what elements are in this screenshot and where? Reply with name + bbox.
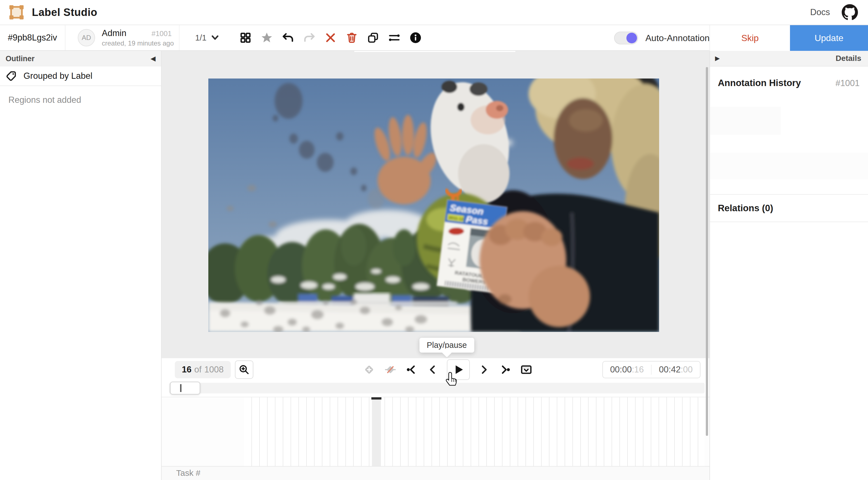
- seekbar-position-handle[interactable]: [180, 384, 182, 392]
- details-panel: ▶ Details Annotation History #1001 Relat…: [709, 51, 868, 480]
- annotation-created: created, 19 minutes ago: [102, 39, 172, 47]
- annotation-pager[interactable]: 1/1: [180, 25, 229, 50]
- grid-view-button[interactable]: [237, 29, 254, 46]
- github-icon[interactable]: [842, 4, 858, 21]
- details-title: Details: [836, 54, 861, 63]
- chevron-down-icon: [210, 33, 220, 42]
- outliner-title: Outliner: [6, 55, 35, 63]
- annotation-id: #1001: [152, 29, 172, 38]
- auto-annotation-toggle[interactable]: [614, 32, 638, 44]
- frame-separator: of: [194, 365, 202, 375]
- outliner-panel: Outliner ◀ Grouped by Label Regions not …: [0, 51, 162, 480]
- frame-counter[interactable]: 16 of 1008: [175, 361, 231, 378]
- task-id[interactable]: #9pb8Lgs2iv: [0, 25, 65, 50]
- expand-right-icon[interactable]: ▶: [715, 55, 720, 62]
- frame-total: 1008: [205, 365, 224, 375]
- timeline-playhead[interactable]: [372, 397, 381, 466]
- star-button[interactable]: [258, 29, 275, 46]
- docs-link[interactable]: Docs: [810, 7, 830, 17]
- collapse-left-icon[interactable]: ◀: [151, 55, 155, 62]
- auto-annotation-label: Auto-Annotation: [645, 33, 710, 43]
- undo-button[interactable]: [280, 29, 297, 46]
- toggle-knob: [626, 33, 637, 43]
- add-keyframe-button[interactable]: [362, 361, 376, 378]
- redo-button[interactable]: [301, 29, 318, 46]
- history-placeholder: [710, 107, 781, 135]
- collapse-timeline-button[interactable]: [519, 361, 533, 378]
- app-header: Label Studio Docs: [0, 0, 868, 25]
- player-panel: 16 of 1008: [162, 358, 709, 480]
- delete-button[interactable]: [343, 29, 360, 46]
- relations-section[interactable]: Relations (0): [710, 194, 868, 222]
- time-display: 00:00:16 00:42:00: [602, 361, 701, 378]
- previous-frame-button[interactable]: [426, 361, 440, 378]
- label-studio-logo-icon[interactable]: [8, 4, 25, 21]
- label-studio-app: Label Studio Docs #9pb8Lgs2iv AD Admin #…: [0, 0, 868, 480]
- annotation-history-title: Annotation History: [718, 78, 801, 88]
- play-pause-button[interactable]: [447, 359, 470, 380]
- reject-button[interactable]: [322, 29, 339, 46]
- grouped-by-label-text: Grouped by Label: [24, 71, 92, 81]
- vertical-scrollbar[interactable]: [706, 67, 708, 436]
- annotation-history-id: #1001: [836, 78, 860, 88]
- task-label: Task #: [176, 468, 200, 478]
- zoom-in-button[interactable]: [235, 361, 253, 379]
- annotator-name: Admin: [102, 28, 126, 38]
- app-title: Label Studio: [32, 6, 97, 19]
- timeline-task-row: Task #: [162, 466, 709, 480]
- zoom-in-icon: [239, 364, 250, 375]
- relations-title: Relations (0): [718, 203, 773, 213]
- info-button[interactable]: [407, 29, 424, 46]
- settings-button[interactable]: [386, 29, 403, 46]
- annotation-toolbar: #9pb8Lgs2iv AD Admin #1001 created, 19 m…: [0, 25, 868, 51]
- play-pause-tooltip: Play/pause: [420, 338, 474, 353]
- grouped-by-label-selector[interactable]: Grouped by Label: [0, 67, 161, 86]
- regions-empty-message: Regions not added: [0, 86, 161, 114]
- main-workspace: Season 2011-12 Pass RATATOUILLE BOWERS: [162, 51, 709, 480]
- annotator-info[interactable]: AD Admin #1001 created, 19 minutes ago: [65, 25, 180, 50]
- frame-current: 16: [182, 365, 191, 375]
- timeline-frame-columns[interactable]: [244, 397, 705, 466]
- skip-button[interactable]: Skip: [709, 25, 790, 51]
- avatar: AD: [78, 29, 95, 46]
- previous-keyframe-button[interactable]: [404, 361, 419, 378]
- tag-icon: [6, 70, 17, 82]
- play-icon: [452, 363, 465, 376]
- remove-keyframe-button[interactable]: [383, 361, 398, 378]
- current-time[interactable]: 00:00:16: [603, 365, 651, 375]
- next-frame-button[interactable]: [476, 361, 491, 378]
- update-button[interactable]: Update: [790, 25, 868, 51]
- seekbar-track[interactable]: [169, 383, 705, 393]
- seekbar-window[interactable]: [170, 382, 200, 395]
- history-placeholder: [710, 153, 868, 179]
- video-frame[interactable]: Season 2011-12 Pass RATATOUILLE BOWERS: [208, 78, 659, 332]
- timeline-grid[interactable]: [162, 397, 709, 466]
- pager-count: 1/1: [195, 33, 206, 42]
- total-time: 00:42:00: [651, 365, 700, 375]
- next-keyframe-button[interactable]: [498, 361, 512, 378]
- duplicate-button[interactable]: [365, 29, 381, 46]
